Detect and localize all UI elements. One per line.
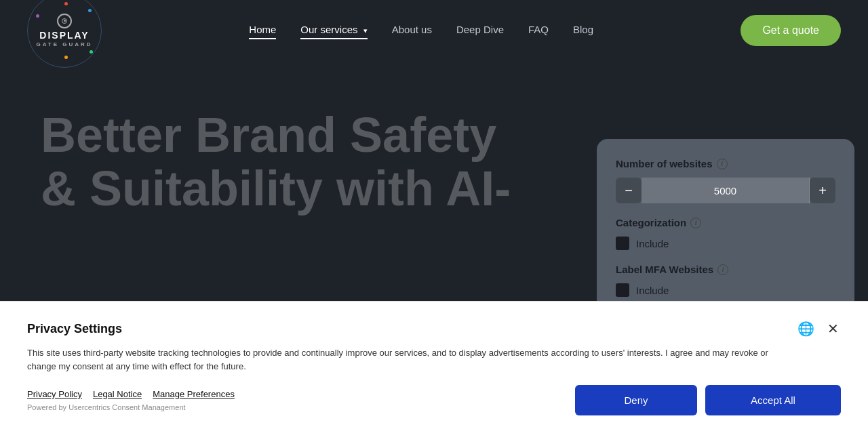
mfa-include-row: Include bbox=[616, 283, 835, 297]
manage-preferences-link[interactable]: Manage Preferences bbox=[153, 389, 235, 399]
mfa-checkbox[interactable] bbox=[616, 283, 629, 297]
categorization-include-row: Include bbox=[616, 237, 835, 250]
categorization-include-label: Include bbox=[636, 238, 669, 249]
categorization-row: Categorization i Include bbox=[616, 217, 835, 250]
privacy-buttons: Deny Accept All bbox=[575, 385, 841, 415]
websites-label: Number of websites i bbox=[616, 158, 835, 169]
legal-notice-link[interactable]: Legal Notice bbox=[93, 389, 142, 399]
privacy-policy-link[interactable]: Privacy Policy bbox=[27, 389, 82, 399]
minus-button[interactable]: − bbox=[616, 178, 642, 203]
categorization-info-icon[interactable]: i bbox=[690, 218, 701, 228]
close-icon[interactable]: ✕ bbox=[825, 321, 841, 337]
logo-display: DISPLAY bbox=[36, 30, 92, 41]
nav-services[interactable]: Our services ▾ bbox=[300, 24, 367, 38]
plus-button[interactable]: + bbox=[810, 178, 835, 203]
logo-gate: GATE GUARD bbox=[36, 41, 92, 48]
privacy-body: This site uses third-party website track… bbox=[27, 346, 773, 373]
categorization-label: Categorization i bbox=[616, 217, 835, 228]
nav-home[interactable]: Home bbox=[249, 24, 276, 38]
number-input-row: − + bbox=[616, 178, 835, 203]
nav-links: Home Our services ▾ About us Deep Dive F… bbox=[249, 24, 593, 38]
mfa-row: Label MFA Websites i Include bbox=[616, 264, 835, 297]
privacy-links-section: Privacy Policy Legal Notice Manage Prefe… bbox=[27, 389, 245, 411]
mfa-info-icon[interactable]: i bbox=[717, 264, 728, 275]
mfa-include-label: Include bbox=[636, 285, 669, 296]
hero-title: Better Brand Safety & Suitability with A… bbox=[41, 108, 529, 216]
globe-icon[interactable]: 🌐 bbox=[797, 321, 814, 337]
privacy-powered: Powered by Usercentrics Consent Manageme… bbox=[27, 403, 245, 411]
nav-faq[interactable]: FAQ bbox=[528, 24, 549, 38]
privacy-overlay: Privacy Settings 🌐 ✕ This site uses thir… bbox=[0, 301, 868, 429]
deny-button[interactable]: Deny bbox=[575, 385, 697, 415]
nav-about[interactable]: About us bbox=[392, 24, 432, 38]
nav-deepdive[interactable]: Deep Dive bbox=[456, 24, 504, 38]
privacy-header-icons: 🌐 ✕ bbox=[797, 321, 841, 337]
get-quote-button[interactable]: Get a quote bbox=[741, 15, 841, 46]
websites-input[interactable] bbox=[642, 178, 809, 203]
websites-row: Number of websites i − + bbox=[616, 158, 835, 203]
chevron-down-icon: ▾ bbox=[363, 26, 368, 35]
navbar: DISPLAY GATE GUARD Home Our services ▾ A… bbox=[0, 0, 868, 61]
privacy-title: Privacy Settings bbox=[27, 322, 122, 336]
accept-all-button[interactable]: Accept All bbox=[705, 385, 841, 415]
mfa-label: Label MFA Websites i bbox=[616, 264, 835, 275]
widget-panel: Number of websites i − + Categorization … bbox=[597, 139, 854, 324]
hero-section: Better Brand Safety & Suitability with A… bbox=[0, 68, 570, 256]
logo[interactable]: DISPLAY GATE GUARD bbox=[27, 0, 102, 68]
categorization-checkbox[interactable] bbox=[616, 237, 629, 250]
nav-blog[interactable]: Blog bbox=[573, 24, 593, 38]
privacy-header: Privacy Settings 🌐 ✕ bbox=[27, 321, 841, 337]
privacy-link-row: Privacy Policy Legal Notice Manage Prefe… bbox=[27, 389, 245, 399]
websites-info-icon[interactable]: i bbox=[717, 159, 728, 169]
privacy-footer: Privacy Policy Legal Notice Manage Prefe… bbox=[27, 385, 841, 415]
